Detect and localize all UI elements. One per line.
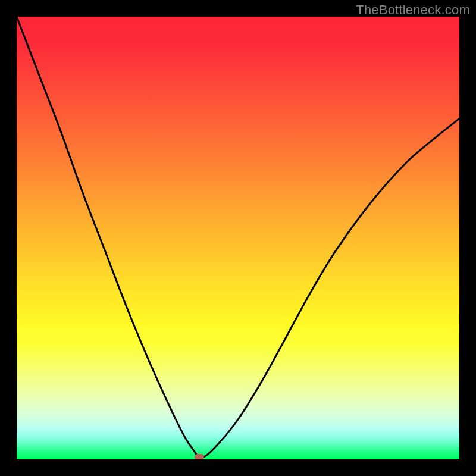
plot-area [17, 17, 459, 459]
curve-svg [17, 17, 459, 459]
watermark-text: TheBottleneck.com [356, 2, 470, 18]
chart-frame: TheBottleneck.com [0, 0, 476, 476]
minimum-marker [195, 454, 204, 459]
bottleneck-curve-path [17, 17, 459, 458]
